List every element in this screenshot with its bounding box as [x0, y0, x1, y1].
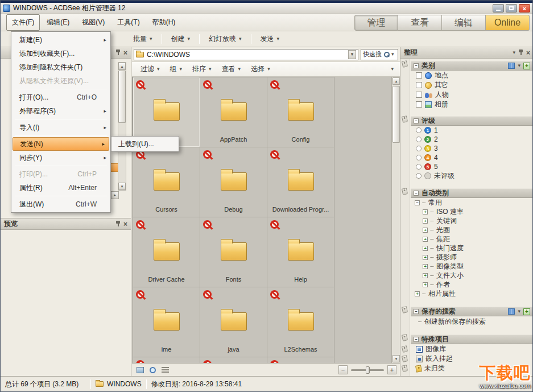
auto-categories-section-header[interactable]: − 自动类别: [411, 188, 533, 198]
menu-item-upload-to[interactable]: 上载到(U)...: [113, 138, 177, 150]
zoom-slider-thumb[interactable]: [366, 366, 370, 374]
auto-category-shutter-speed[interactable]: + 快门速度: [410, 244, 533, 253]
rating-4[interactable]: 4 4: [410, 153, 533, 162]
category-people[interactable]: 人物: [410, 90, 533, 100]
mode-edit-button[interactable]: 编辑: [442, 15, 486, 31]
photo-view-button[interactable]: [135, 365, 145, 375]
mode-online-button[interactable]: Online: [486, 15, 530, 31]
tag-icon[interactable]: [402, 334, 408, 341]
zoom-out-button[interactable]: −: [338, 365, 348, 374]
expand-icon[interactable]: +: [423, 273, 428, 278]
checkbox[interactable]: [416, 72, 422, 79]
checkbox[interactable]: [416, 82, 422, 88]
rating-3[interactable]: 3 3: [410, 144, 533, 153]
folder-tile[interactable]: [133, 357, 200, 363]
auto-category-aperture[interactable]: + 光圈: [410, 225, 533, 234]
pin-icon[interactable]: [115, 221, 121, 227]
auto-category-common[interactable]: − 常用: [410, 198, 533, 207]
collapse-icon[interactable]: −: [414, 191, 419, 196]
rating-1[interactable]: 1 1: [410, 126, 533, 135]
mode-view-button[interactable]: 查看: [398, 15, 442, 31]
radio-button[interactable]: [416, 164, 422, 170]
view-columns-icon[interactable]: [508, 63, 515, 69]
saved-searches-section-header[interactable]: − 保存的搜索 ▾ +: [411, 307, 533, 316]
address-dropdown-button[interactable]: ▾: [348, 50, 356, 59]
batch-button[interactable]: 批量▾: [128, 32, 158, 46]
rating-none[interactable]: 未评级: [410, 171, 533, 180]
menu-item-external-programs[interactable]: 外部程序(S) ▸: [11, 104, 110, 118]
menu-item-sync[interactable]: 同步(Y) ▸: [11, 151, 110, 164]
add-category-icon[interactable]: +: [523, 63, 530, 69]
folder-tile[interactable]: Fonts: [200, 217, 267, 287]
radio-button[interactable]: [416, 155, 422, 160]
scrollbar-thumb[interactable]: [392, 86, 400, 143]
rating-5[interactable]: 5 5: [410, 162, 533, 171]
pin-icon[interactable]: [115, 49, 121, 56]
auto-category-keywords[interactable]: + 关键词: [410, 216, 533, 225]
rating-2[interactable]: 2 2: [410, 135, 533, 144]
grid-scrollbar[interactable]: ▴ ▾: [391, 77, 400, 363]
maximize-button[interactable]: [506, 4, 517, 13]
auto-category-focal-length[interactable]: + 焦距: [410, 234, 533, 244]
scroll-down-button[interactable]: ▾: [392, 355, 400, 362]
expand-icon[interactable]: +: [423, 282, 428, 287]
list-view-button[interactable]: [160, 365, 170, 375]
sort-button[interactable]: 排序▾: [188, 63, 216, 76]
collapse-icon[interactable]: −: [414, 309, 419, 314]
menu-item-new[interactable]: 新建(E) ▸: [11, 33, 110, 47]
view-button[interactable]: 查看▾: [217, 63, 246, 76]
quick-search-input[interactable]: 快速搜 ▾: [361, 49, 398, 60]
categories-section-header[interactable]: − 类别 ▾ +: [411, 61, 533, 71]
expand-icon[interactable]: +: [423, 246, 428, 251]
folder-tile[interactable]: Cursors: [133, 147, 200, 217]
folder-tile[interactable]: [200, 357, 267, 363]
close-button[interactable]: ×: [519, 4, 530, 13]
expand-icon[interactable]: +: [423, 264, 428, 269]
tag-icon[interactable]: [402, 188, 408, 195]
chevron-down-icon[interactable]: ▾: [518, 309, 520, 314]
menu-help[interactable]: 帮助(H): [147, 14, 181, 31]
menu-item-add-to-private-folder[interactable]: 添加到隐私文件夹(T): [11, 60, 110, 74]
special-item-uncategorized[interactable]: 未归类: [410, 364, 533, 373]
auto-category-photo-properties[interactable]: + 相片属性: [410, 289, 533, 298]
folder-tile[interactable]: java: [200, 287, 267, 357]
expand-icon[interactable]: +: [423, 255, 428, 260]
tag-icon[interactable]: [402, 60, 408, 68]
address-input[interactable]: C:\WINDOWS ▾: [134, 49, 358, 60]
auto-category-iso[interactable]: + ISO 速率: [410, 207, 533, 216]
expand-icon[interactable]: +: [423, 209, 428, 214]
menu-item-exit[interactable]: 退出(W) Ctrl+W: [11, 197, 110, 211]
tag-icon[interactable]: [402, 115, 408, 123]
scroll-down-button[interactable]: ▾: [118, 183, 126, 190]
expand-icon[interactable]: +: [423, 228, 428, 233]
folder-tile[interactable]: Driver Cache: [133, 217, 200, 287]
send-button[interactable]: 发送▾: [255, 32, 285, 46]
category-other[interactable]: 其它: [410, 80, 533, 90]
folder-tile[interactable]: Config: [267, 77, 334, 147]
radio-button[interactable]: [416, 173, 422, 179]
collapse-icon[interactable]: −: [414, 337, 419, 342]
chevron-down-icon[interactable]: ▾: [391, 67, 394, 72]
collapse-icon[interactable]: −: [415, 200, 420, 205]
folder-tile[interactable]: Debug: [200, 147, 267, 217]
group-button[interactable]: 组▾: [166, 63, 187, 76]
folder-tile[interactable]: [267, 357, 334, 363]
collapse-icon[interactable]: −: [414, 118, 419, 123]
minimize-button[interactable]: [493, 4, 504, 13]
filter-button[interactable]: 过滤▾: [136, 63, 164, 76]
special-item-image-library[interactable]: 图像库: [410, 344, 533, 354]
close-icon[interactable]: ×: [123, 221, 127, 228]
checkbox[interactable]: [416, 92, 422, 98]
scrollbar-thumb[interactable]: [118, 71, 126, 123]
scroll-up-button[interactable]: ▴: [118, 63, 126, 70]
auto-category-image-type[interactable]: + 图像类型: [410, 262, 533, 271]
menu-item-properties[interactable]: 属性(R) Alt+Enter: [11, 181, 110, 195]
ratings-section-header[interactable]: − 评级: [411, 116, 533, 126]
expand-icon[interactable]: +: [423, 237, 428, 242]
menu-edit[interactable]: 编辑(E): [41, 14, 75, 31]
auto-category-file-size[interactable]: + 文件大小: [410, 271, 533, 280]
menu-tools[interactable]: 工具(T): [111, 14, 145, 31]
menu-view[interactable]: 视图(V): [76, 14, 110, 31]
select-button[interactable]: 选择▾: [246, 63, 275, 76]
radio-button[interactable]: [416, 127, 422, 133]
